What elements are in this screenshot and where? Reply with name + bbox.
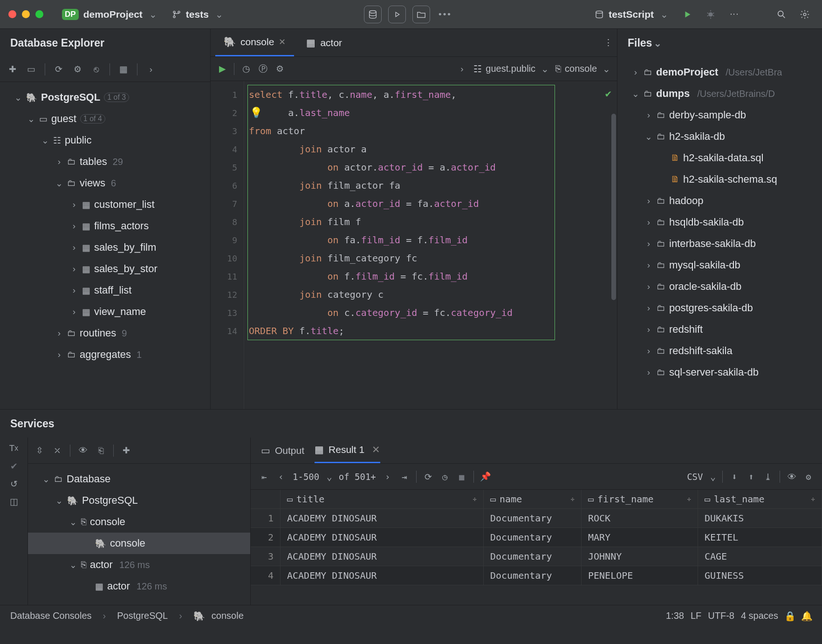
tree-node-postgresql[interactable]: 🐘PostgreSQL	[28, 490, 250, 511]
tab-output[interactable]: ▭Output	[261, 438, 304, 463]
column-header[interactable]: ▭title÷	[281, 490, 484, 509]
column-header[interactable]: ▭last_name÷	[698, 490, 822, 509]
run-icon[interactable]: ▶	[217, 64, 227, 74]
maximize-window-button[interactable]	[35, 10, 43, 18]
database-icon[interactable]	[364, 6, 382, 23]
tab-result[interactable]: ▦Result 1✕	[315, 438, 380, 463]
page-range[interactable]: 1-500	[293, 471, 332, 482]
breadcrumb[interactable]: PostgreSQL	[117, 610, 168, 621]
tree-node-guest[interactable]: ▭ guest 1 of 4	[0, 108, 210, 130]
import-icon[interactable]: ⤓	[763, 472, 773, 482]
run-button[interactable]	[678, 6, 696, 23]
table-row[interactable]: 4ACADEMY DINOSAURDocumentaryPENELOPEGUIN…	[251, 566, 822, 585]
tree-node-view[interactable]: ▦sales_by_stor	[0, 258, 210, 280]
table-row[interactable]: 1ACADEMY DINOSAURDocumentaryROCKDUKAKIS	[251, 509, 822, 528]
tree-node-routines[interactable]: 🗀 routines 9	[0, 322, 210, 344]
download-icon[interactable]: ⬇	[729, 472, 740, 482]
close-icon[interactable]: ✕	[279, 37, 286, 47]
tree-node-postgresql[interactable]: 🐘 PostgreSQL 1 of 3	[0, 87, 210, 108]
more-vertical-icon[interactable]: ⋮	[725, 6, 743, 23]
tx-icon[interactable]: Tx	[9, 443, 19, 453]
tree-node-project[interactable]: 🗀 demoProject /Users/JetBra	[617, 62, 822, 83]
prev-page-icon[interactable]: ‹	[276, 472, 286, 482]
file-encoding[interactable]: UTF-8	[708, 610, 734, 621]
inspections-ok-icon[interactable]: ✔	[605, 88, 611, 99]
eye-icon[interactable]: 👁	[78, 445, 88, 456]
tree-node-folder[interactable]: 🗀postgres-sakila-db	[617, 297, 822, 319]
panel-title[interactable]: Files	[617, 29, 822, 57]
code-body[interactable]: 💡 select f.title, c.name, a.first_name, …	[244, 81, 617, 409]
new-tab-icon[interactable]: ⎗	[96, 445, 106, 456]
rollback-icon[interactable]: ↺	[9, 479, 19, 489]
collapse-icon[interactable]: ⤫	[52, 445, 62, 456]
breadcrumb[interactable]: console	[212, 610, 244, 621]
layout-icon[interactable]: ◫	[9, 496, 19, 507]
tree-node-database[interactable]: 🗀Database	[28, 468, 250, 490]
tree-node-file[interactable]: 🗎h2-sakila-data.sql	[617, 147, 822, 169]
pin-icon[interactable]: 📌	[480, 472, 491, 482]
tree-node-folder[interactable]: 🗀oracle-sakila-db	[617, 276, 822, 297]
eye-icon[interactable]: 👁	[787, 472, 797, 482]
first-page-icon[interactable]: ⇤	[259, 472, 269, 482]
editor-tab-actor[interactable]: ▦ actor	[298, 29, 350, 56]
explain-icon[interactable]: Ⓟ	[258, 64, 268, 74]
debug-button[interactable]	[702, 6, 719, 23]
upload-icon[interactable]: ⬆	[746, 472, 756, 482]
tree-node-view[interactable]: ▦sales_by_film	[0, 237, 210, 258]
tree-node-folder[interactable]: 🗀interbase-sakila-db	[617, 233, 822, 254]
tree-node-dumps[interactable]: 🗀 dumps /Users/JetBrains/D	[617, 83, 822, 104]
tree-node-folder[interactable]: 🗀hadoop	[617, 190, 822, 212]
breadcrumb[interactable]: Database Consoles	[10, 610, 92, 621]
gear-icon[interactable]: ⚙	[803, 472, 814, 482]
diagnose-icon[interactable]: ⎋	[91, 64, 101, 75]
tree-node-folder[interactable]: 🗀redshift-sakila	[617, 340, 822, 362]
tree-node-aggregates[interactable]: 🗀 aggregates 1	[0, 344, 210, 365]
export-format[interactable]: CSV	[687, 471, 716, 482]
next-page-icon[interactable]: ›	[383, 472, 393, 482]
chevron-right-icon[interactable]: ›	[457, 64, 467, 74]
tree-node-folder[interactable]: 🗀hsqldb-sakila-db	[617, 212, 822, 233]
tree-node-actor-group[interactable]: ⎘actor126 ms	[28, 554, 250, 575]
tree-node-folder[interactable]: 🗀sql-server-sakila-db	[617, 362, 822, 383]
search-icon[interactable]	[773, 6, 790, 23]
play-boxed-icon[interactable]	[388, 6, 406, 23]
tree-node-public[interactable]: ☷ public	[0, 130, 210, 151]
table-icon[interactable]: ▦	[118, 64, 129, 75]
code-editor[interactable]: 1234567891011121314 💡 select f.title, c.…	[211, 81, 617, 409]
refresh-icon[interactable]: ⟳	[423, 472, 433, 482]
chevron-right-icon[interactable]: ›	[146, 64, 156, 75]
tree-node-view[interactable]: ▦view_name	[0, 301, 210, 322]
indent-settings[interactable]: 4 spaces	[741, 610, 778, 621]
check-icon[interactable]: ✔	[9, 461, 19, 471]
tree-node-folder[interactable]: 🗀h2-sakila-db	[617, 126, 822, 147]
close-icon[interactable]: ✕	[372, 444, 380, 455]
tree-node-view[interactable]: ▦staff_list	[0, 280, 210, 301]
notifications-icon[interactable]: 🔔	[801, 611, 812, 621]
history-icon[interactable]: ◷	[241, 64, 251, 74]
column-header[interactable]: ▭name÷	[484, 490, 582, 509]
folder-icon[interactable]	[412, 6, 430, 23]
lock-icon[interactable]: 🔒	[785, 611, 795, 621]
more-icon[interactable]: •••	[437, 6, 454, 23]
tree-node-views[interactable]: 🗀 views 6	[0, 172, 210, 194]
gear-icon[interactable]: ⚙	[72, 64, 82, 75]
column-header[interactable]: ▭first_name÷	[582, 490, 698, 509]
gear-icon[interactable]: ⚙	[274, 64, 285, 74]
tree-node-actor[interactable]: ▦actor126 ms	[28, 575, 250, 597]
table-row[interactable]: 3ACADEMY DINOSAURDocumentaryJOHNNYCAGE	[251, 547, 822, 566]
editor-tab-console[interactable]: 🐘 console ✕	[215, 29, 294, 56]
stop-icon[interactable]: ■	[457, 472, 467, 482]
tree-node-view[interactable]: ▦customer_list	[0, 194, 210, 215]
tree-node-view[interactable]: ▦films_actors	[0, 215, 210, 237]
history-icon[interactable]: ◷	[440, 472, 450, 482]
tree-node-folder[interactable]: 🗀mysql-sakila-db	[617, 254, 822, 276]
add-icon[interactable]: ✚	[121, 445, 131, 456]
project-selector[interactable]: DP demoProject	[57, 7, 162, 22]
tree-node-file[interactable]: 🗎h2-sakila-schema.sq	[617, 169, 822, 190]
add-icon[interactable]: ✚	[7, 64, 18, 75]
expand-icon[interactable]: ⇳	[34, 445, 45, 456]
minimize-window-button[interactable]	[22, 10, 30, 18]
intention-bulb-icon[interactable]: 💡	[250, 103, 262, 122]
line-separator[interactable]: LF	[691, 610, 701, 621]
tree-node-tables[interactable]: 🗀 tables 29	[0, 151, 210, 172]
